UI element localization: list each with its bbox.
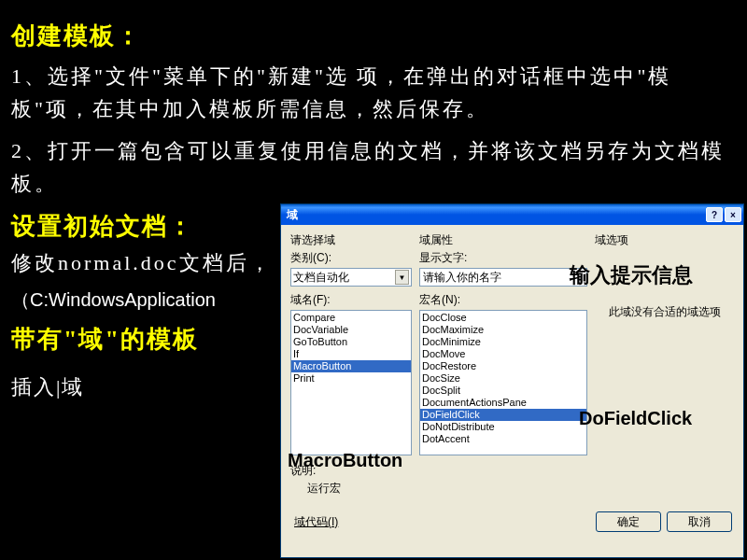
paragraph-1: 1、选择"文件"菜单下的"新建"选 项，在弹出的对话框中选中"模板"项，在其中加… (11, 60, 736, 125)
field-code-link[interactable]: 域代码(I) (294, 514, 338, 530)
list-item[interactable]: DocClose (420, 312, 586, 324)
title-create-template: 创建模板： (11, 17, 736, 56)
dialog-title: 域 (287, 207, 706, 223)
list-item[interactable]: Compare (291, 312, 411, 324)
display-text-input[interactable]: 请输入你的名字 (419, 268, 587, 287)
category-label: 类别(C): (290, 250, 412, 266)
annotation-macrobutton: MacroButton (288, 450, 402, 471)
chevron-down-icon[interactable]: ▼ (395, 270, 409, 285)
list-item[interactable]: DocVariable (291, 324, 411, 336)
macroname-label: 宏名(N): (419, 292, 587, 308)
list-item[interactable]: DocSplit (420, 385, 586, 397)
properties-label: 域属性 (419, 232, 587, 248)
display-label: 显示文字: (419, 250, 587, 266)
close-button[interactable]: × (725, 207, 741, 222)
list-item[interactable]: DocSize (420, 372, 586, 385)
field-dialog: 域 ? × 请选择域 类别(C): 文档自动化 ▼ 域名(F): Compare… (280, 203, 744, 558)
list-item[interactable]: MacroButton (291, 360, 411, 372)
annotation-input-hint: 输入提示信息 (570, 261, 693, 289)
category-combo[interactable]: 文档自动化 ▼ (290, 268, 412, 287)
cancel-button[interactable]: 取消 (667, 511, 732, 532)
ok-button[interactable]: 确定 (596, 511, 661, 532)
list-item[interactable]: DotAccent (420, 433, 586, 445)
list-item[interactable]: DocMaximize (420, 324, 586, 336)
display-value: 请输入你的名字 (423, 270, 501, 286)
options-label: 域选项 (595, 232, 734, 248)
select-field-label: 请选择域 (290, 232, 412, 248)
list-item[interactable]: DocumentActionsPane (420, 397, 586, 409)
category-value: 文档自动化 (293, 270, 349, 286)
list-item[interactable]: If (291, 348, 411, 360)
no-options-text: 此域没有合适的域选项 (595, 304, 734, 320)
list-item[interactable]: DocRestore (420, 360, 586, 372)
annotation-dofieldclick: DoFieldClick (579, 408, 692, 429)
list-item[interactable]: DocMove (420, 348, 586, 360)
fieldname-listbox[interactable]: Compare DocVariable GoToButton If MacroB… (290, 310, 412, 455)
help-button[interactable]: ? (706, 207, 723, 222)
dialog-titlebar[interactable]: 域 ? × (281, 204, 743, 225)
desc-text: 运行宏 (307, 481, 734, 497)
list-item[interactable]: Print (291, 372, 411, 385)
list-item[interactable]: DocMinimize (420, 336, 586, 348)
fieldname-label: 域名(F): (290, 292, 412, 308)
macroname-listbox[interactable]: DocClose DocMaximize DocMinimize DocMove… (419, 310, 587, 455)
list-item[interactable]: GoToButton (291, 336, 411, 348)
list-item[interactable]: DoFieldClick (420, 409, 586, 421)
list-item[interactable]: DoNotDistribute (420, 421, 586, 433)
paragraph-2: 2、打开一篇包含可以重复使用信息的文档，并将该文档另存为文档模 板。 (11, 134, 736, 200)
